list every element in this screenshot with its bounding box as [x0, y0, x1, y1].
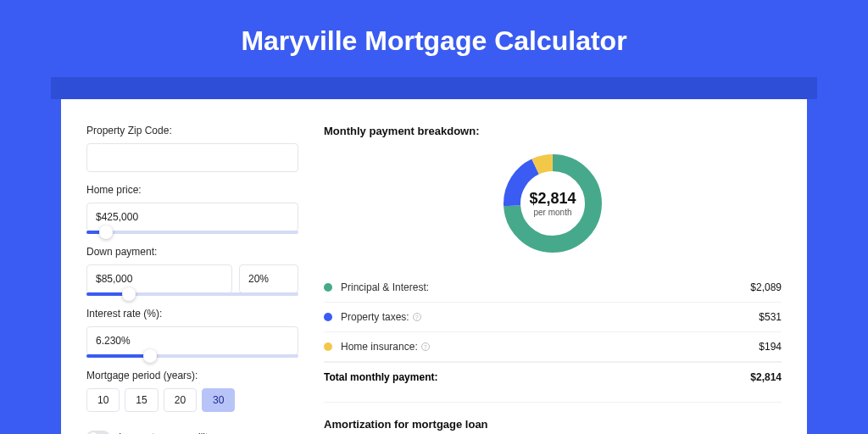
interest-slider[interactable] — [86, 354, 298, 358]
donut-total-amount: $2,814 — [529, 190, 576, 208]
legend-dot-tax — [324, 313, 332, 321]
period-option-30[interactable]: 30 — [202, 388, 235, 412]
legend-label-ins: Home insurance: ? — [341, 341, 430, 353]
period-option-15[interactable]: 15 — [125, 388, 158, 412]
legend-value-ins: $194 — [759, 341, 782, 353]
down-payment-label: Down payment: — [86, 246, 298, 258]
home-price-label: Home price: — [86, 184, 298, 196]
down-payment-amount-input[interactable] — [86, 264, 232, 293]
info-icon[interactable]: ? — [413, 313, 421, 321]
info-icon[interactable]: ? — [421, 342, 430, 351]
zip-field-group: Property Zip Code: — [86, 125, 298, 172]
donut-chart-wrap: $2,814 per month — [324, 153, 782, 254]
interest-slider-thumb[interactable] — [143, 349, 157, 363]
legend-label-pi: Principal & Interest: — [341, 281, 429, 293]
breakdown-title: Monthly payment breakdown: — [324, 125, 782, 137]
amortization-title: Amortization for mortgage loan — [324, 418, 782, 431]
donut-total-sub: per month — [533, 208, 571, 217]
down-payment-slider-thumb[interactable] — [122, 287, 136, 301]
donut-center: $2,814 per month — [502, 153, 604, 254]
veteran-toggle[interactable] — [86, 431, 110, 434]
inputs-column: Property Zip Code: Home price: Down paym… — [86, 125, 298, 434]
period-option-10[interactable]: 10 — [86, 388, 120, 412]
home-price-slider-thumb[interactable] — [99, 225, 113, 239]
header-accent-bar — [51, 77, 817, 99]
legend-value-tax: $531 — [759, 311, 782, 323]
legend-dot-pi — [324, 283, 332, 292]
interest-label: Interest rate (%): — [86, 308, 298, 320]
zip-input[interactable] — [86, 143, 298, 172]
results-column: Monthly payment breakdown: $2,814 per mo… — [324, 125, 782, 434]
legend-total-label: Total monthly payment: — [324, 371, 437, 383]
legend-total-row: Total monthly payment: $2,814 — [324, 362, 782, 392]
legend-total-value: $2,814 — [750, 371, 782, 383]
page-title: Maryville Mortgage Calculator — [0, 0, 868, 77]
zip-label: Property Zip Code: — [86, 125, 298, 136]
legend-value-pi: $2,089 — [750, 281, 782, 293]
period-label: Mortgage period (years): — [86, 370, 298, 381]
period-options: 10 15 20 30 — [86, 388, 298, 412]
home-price-input[interactable] — [86, 203, 298, 231]
interest-field-group: Interest rate (%): — [86, 308, 298, 358]
period-option-20[interactable]: 20 — [164, 388, 197, 412]
legend-row-tax: Property taxes: ? $531 — [324, 303, 782, 332]
veteran-toggle-row: I am veteran or military — [86, 431, 298, 434]
down-payment-pct-input[interactable] — [239, 264, 298, 293]
down-payment-slider[interactable] — [86, 292, 298, 296]
interest-input[interactable] — [86, 326, 298, 355]
home-price-slider[interactable] — [86, 231, 298, 234]
down-payment-field-group: Down payment: — [86, 246, 298, 296]
legend-row-ins: Home insurance: ? $194 — [324, 332, 782, 362]
calculator-card: Property Zip Code: Home price: Down paym… — [61, 99, 807, 434]
home-price-field-group: Home price: — [86, 184, 298, 234]
amortization-section: Amortization for mortgage loan Amortizat… — [324, 402, 782, 434]
period-field-group: Mortgage period (years): 10 15 20 30 — [86, 370, 298, 412]
legend-label-tax: Property taxes: ? — [341, 311, 421, 323]
legend-dot-ins — [324, 342, 332, 351]
legend-row-pi: Principal & Interest: $2,089 — [324, 273, 782, 303]
donut-chart: $2,814 per month — [502, 153, 604, 254]
